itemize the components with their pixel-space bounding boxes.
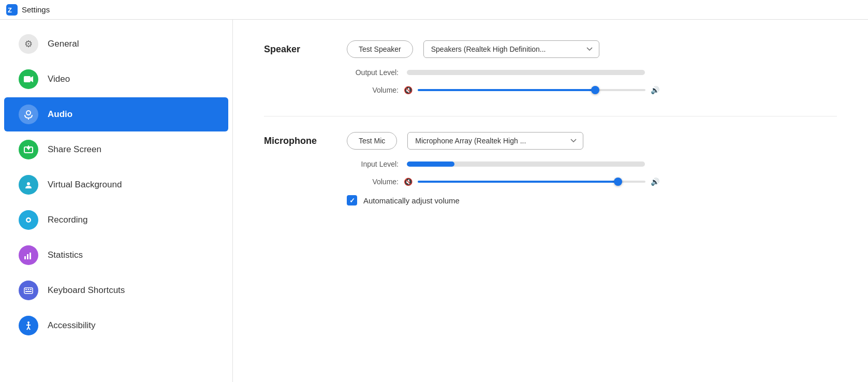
sidebar-item-audio[interactable]: Audio [4,97,228,131]
audio-icon [19,105,38,124]
svg-rect-11 [27,254,28,259]
speaker-slider-fill [418,89,595,91]
microphone-volume-label: Volume: [347,178,399,186]
speaker-mute-icon[interactable]: 🔇 [404,86,413,94]
svg-rect-12 [30,253,31,259]
sidebar-item-recording[interactable]: Recording [4,203,228,237]
microphone-section: Microphone Test Mic Microphone Array (Re… [264,132,837,205]
sidebar-item-share-screen[interactable]: Share Screen [4,133,228,167]
auto-adjust-label: Automatically adjust volume [363,196,460,205]
speaker-section: Speaker Test Speaker Speakers (Realtek H… [264,40,837,95]
svg-point-9 [27,219,30,222]
mic-mute-icon[interactable]: 🔇 [404,178,413,186]
sidebar-item-accessibility[interactable]: Accessibility [4,308,228,343]
svg-text:Z: Z [8,6,12,14]
test-mic-button[interactable]: Test Mic [347,132,397,150]
microphone-input-level-row: Input Level: [347,160,837,168]
mic-max-icon[interactable]: 🔊 [651,178,659,186]
output-level-bar [407,70,645,75]
speaker-header-row: Speaker Test Speaker Speakers (Realtek H… [264,40,837,58]
speaker-device-select[interactable]: Speakers (Realtek High Definition... Def… [423,40,599,58]
svg-marker-3 [31,76,33,82]
sidebar-label-share-screen: Share Screen [48,144,101,155]
video-icon [19,69,38,89]
input-level-label: Input Level: [347,160,399,168]
speaker-title: Speaker [264,44,336,55]
window-title: Settings [22,5,50,14]
title-bar: Z Settings [0,0,868,20]
sidebar-item-video[interactable]: Video [4,62,228,96]
share-screen-icon [19,140,38,159]
sidebar-item-general[interactable]: ⚙ General [4,27,228,61]
sidebar-label-general: General [48,39,79,49]
svg-point-4 [26,111,31,115]
section-divider [264,116,837,116]
speaker-volume-slider[interactable] [418,85,645,95]
microphone-title: Microphone [264,136,336,146]
svg-rect-13 [24,288,33,293]
content-area: Speaker Test Speaker Speakers (Realtek H… [233,20,868,382]
svg-rect-10 [24,256,26,259]
sidebar-label-virtual-background: Virtual Background [48,180,122,190]
sidebar-label-recording: Recording [48,215,88,225]
speaker-max-icon[interactable]: 🔊 [651,86,659,94]
statistics-icon [19,245,38,265]
keyboard-shortcuts-icon [19,281,38,300]
svg-rect-15 [28,289,30,290]
auto-adjust-checkbox[interactable] [347,195,357,205]
auto-adjust-row: Automatically adjust volume [347,195,837,205]
general-icon: ⚙ [19,34,38,54]
microphone-header-row: Microphone Test Mic Microphone Array (Re… [264,132,837,150]
test-speaker-button[interactable]: Test Speaker [347,40,413,58]
sidebar-item-keyboard-shortcuts[interactable]: Keyboard Shortcuts [4,273,228,307]
speaker-volume-row: Volume: 🔇 🔊 [347,85,837,95]
input-level-bar [407,161,645,167]
recording-icon [19,210,38,230]
microphone-volume-slider[interactable] [418,177,645,187]
virtual-background-icon [19,175,38,195]
microphone-device-select[interactable]: Microphone Array (Realtek High ... Defau… [407,132,583,150]
svg-point-7 [27,182,30,185]
svg-rect-16 [30,289,32,290]
mic-slider-fill [418,181,618,183]
zoom-logo-icon: Z [6,4,18,16]
sidebar-item-virtual-background[interactable]: Virtual Background [4,168,228,202]
speaker-output-level-row: Output Level: [347,68,837,77]
sidebar-item-statistics[interactable]: Statistics [4,238,228,272]
input-level-fill [407,161,454,167]
svg-rect-17 [25,291,32,292]
svg-rect-14 [25,289,27,290]
output-level-label: Output Level: [347,68,399,77]
accessibility-icon [19,316,38,335]
sidebar-label-video: Video [48,74,70,84]
svg-rect-2 [24,76,31,82]
sidebar-label-statistics: Statistics [48,250,83,260]
sidebar-label-keyboard-shortcuts: Keyboard Shortcuts [48,285,125,296]
speaker-slider-thumb[interactable] [591,86,599,94]
svg-point-18 [27,321,30,324]
main-layout: ⚙ General Video Audio Share Screen [0,20,868,382]
sidebar-label-audio: Audio [48,109,72,120]
speaker-volume-label: Volume: [347,86,399,94]
sidebar: ⚙ General Video Audio Share Screen [0,20,233,382]
svg-line-22 [28,327,30,330]
mic-slider-thumb[interactable] [614,178,622,186]
microphone-volume-row: Volume: 🔇 🔊 [347,177,837,187]
sidebar-label-accessibility: Accessibility [48,320,96,331]
